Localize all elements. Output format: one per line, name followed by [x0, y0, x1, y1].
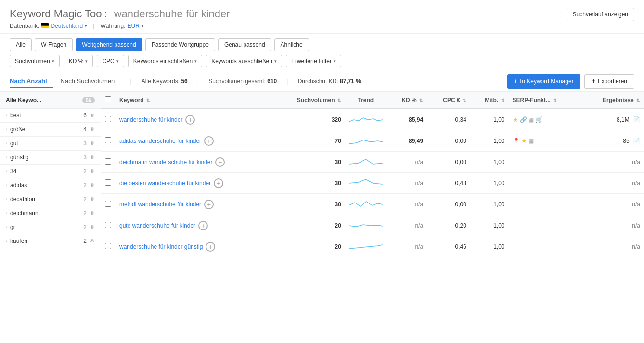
sidebar-item-deichmann[interactable]: › deichmann 2 👁	[0, 206, 101, 220]
eye-icon-gr[interactable]: 👁	[90, 224, 95, 230]
eye-icon-gut[interactable]: 👁	[90, 140, 95, 146]
filter-erweiterte[interactable]: Erweiterte Filter ▾	[286, 55, 341, 67]
keyword-link-4[interactable]: die besten wanderschuhe für kinder	[119, 180, 211, 187]
keyword-manager-button[interactable]: + To Keyword Manager	[507, 74, 580, 89]
tab-passende[interactable]: Passende Wortgruppe	[145, 38, 215, 51]
keyword-link-6[interactable]: gute wanderschuhe für kinder	[119, 222, 195, 229]
cpc-1: 0,34	[427, 109, 470, 130]
filters-container: Suchvolumen ▾ KD % ▾ CPC ▾ Keywords eins…	[0, 51, 644, 71]
add-keyword-btn-4[interactable]: +	[214, 178, 223, 188]
table-row: gute wanderschuhe für kinder + 20 n/a 0,…	[101, 215, 644, 236]
row-checkbox-6[interactable]	[105, 222, 111, 228]
add-keyword-btn-6[interactable]: +	[198, 221, 208, 230]
sort-kd-icon[interactable]: ⇅	[419, 98, 423, 103]
mitb-3: 1,00	[470, 152, 509, 173]
sidebar-label-adidas: adidas	[10, 182, 27, 189]
row-checkbox-4[interactable]	[105, 179, 111, 186]
sort-mitb-icon[interactable]: ⇅	[501, 98, 505, 103]
sort-keyword-icon[interactable]: ⇅	[146, 98, 150, 103]
wahrung-link[interactable]: EUR	[128, 23, 140, 29]
row-checkbox-3[interactable]	[105, 158, 111, 165]
col-mitb: Mitb. ⇅	[470, 92, 509, 109]
row-checkbox-2[interactable]	[105, 137, 111, 143]
add-keyword-btn-2[interactable]: +	[204, 136, 214, 146]
sidebar-item-kaufen[interactable]: › kaufen 2 👁	[0, 234, 101, 248]
eye-icon-kaufen[interactable]: 👁	[90, 238, 95, 244]
table-row: wanderschuhe für kinder günstig + 20 n/a…	[101, 236, 644, 257]
sidebar-item-gunstig[interactable]: › günstig 3 👁	[0, 151, 101, 165]
sidebar-chevron-decathlon: ›	[6, 197, 7, 202]
tab-weitgehend[interactable]: Weitgehend passend	[76, 38, 142, 51]
map-serp-icon: 📍	[513, 138, 520, 144]
tab-genau[interactable]: Genau passend	[218, 38, 271, 51]
filter-kd[interactable]: KD % ▾	[64, 55, 93, 67]
wahrung-chevron[interactable]: ▾	[142, 24, 144, 28]
sort-cpc-icon[interactable]: ⇅	[463, 98, 466, 103]
eye-icon-adidas[interactable]: 👁	[90, 182, 95, 188]
export-button[interactable]: ⬆ Exportieren	[584, 74, 634, 89]
tab-nach-suchvolumen[interactable]: Nach Suchvolumen	[61, 76, 121, 88]
row-checkbox-7[interactable]	[105, 243, 111, 249]
datenbank-chevron[interactable]: ▾	[85, 24, 87, 28]
suchvolumen-stat: Suchvolumen gesamt: 610	[208, 78, 277, 85]
eye-icon-deichmann[interactable]: 👁	[90, 210, 95, 216]
row-checkbox-1[interactable]	[105, 116, 111, 122]
trend-7	[345, 236, 386, 257]
row-checkbox-5[interactable]	[105, 201, 111, 207]
serp-7	[509, 236, 581, 257]
keyword-table-area: Keyword ⇅ Suchvolumen ⇅ Trend KD % ⇅ CPC…	[101, 92, 644, 329]
sort-suchvolumen-icon[interactable]: ⇅	[337, 98, 341, 103]
add-keyword-btn-1[interactable]: +	[185, 115, 195, 125]
add-keyword-btn-5[interactable]: +	[204, 200, 214, 209]
eye-icon-grosse[interactable]: 👁	[90, 127, 95, 132]
add-keyword-btn-7[interactable]: +	[206, 242, 215, 252]
filter-cpc[interactable]: CPC ▾	[97, 55, 124, 67]
filter-keywords-einschliessen[interactable]: Keywords einschließen ▾	[128, 55, 202, 67]
sidebar-chevron-34: ›	[6, 169, 7, 174]
keyword-link-7[interactable]: wanderschuhe für kinder günstig	[119, 243, 203, 250]
sidebar-item-best[interactable]: › best 6 👁	[0, 109, 101, 123]
sidebar-item-adidas[interactable]: › adidas 2 👁	[0, 178, 101, 192]
filter-keywords-ausschliessen[interactable]: Keywords ausschließen ▾	[206, 55, 282, 67]
trend-4	[345, 173, 386, 194]
kd-3: n/a	[386, 152, 427, 173]
select-all-checkbox[interactable]	[105, 96, 111, 102]
alle-keywords-stat: Alle Keywords: 56	[142, 78, 188, 85]
datenbank-link[interactable]: Deutschland	[51, 23, 83, 29]
cpc-7: 0,46	[427, 236, 470, 257]
eye-icon-gunstig[interactable]: 👁	[90, 154, 95, 160]
sidebar-item-decathlon[interactable]: › decathlon 2 👁	[0, 192, 101, 206]
sidebar-item-34[interactable]: › 34 2 👁	[0, 165, 101, 178]
eye-icon-34[interactable]: 👁	[90, 168, 95, 174]
doc-icon-2[interactable]: 📄	[633, 138, 640, 144]
tab-alle[interactable]: Alle	[10, 38, 32, 51]
doc-icon-1[interactable]: 📄	[633, 116, 640, 123]
suchvolumen-3: 30	[273, 152, 345, 173]
mitb-7: 1,00	[470, 236, 509, 257]
sidebar-header: Alle Keywo... 56	[0, 92, 101, 109]
keyword-link-2[interactable]: adidas wanderschuhe für kinder	[119, 138, 201, 144]
serp-4	[509, 173, 581, 194]
sidebar-item-gr[interactable]: › gr 2 👁	[0, 220, 101, 234]
history-button[interactable]: Suchverlauf anzeigen	[567, 8, 634, 21]
eye-icon-best[interactable]: 👁	[90, 113, 95, 118]
sidebar-count: 56	[82, 97, 95, 103]
mitb-6: 1,00	[470, 215, 509, 236]
sort-ergebnisse-icon[interactable]: ⇅	[636, 98, 640, 103]
tab-nach-anzahl[interactable]: Nach Anzahl	[10, 76, 53, 88]
filter-suchvolumen[interactable]: Suchvolumen ▾	[10, 55, 60, 67]
eye-icon-decathlon[interactable]: 👁	[90, 196, 95, 202]
col-serp: SERP-Funkt... ⇅	[509, 92, 581, 109]
add-keyword-btn-3[interactable]: +	[215, 157, 225, 167]
sort-serp-icon[interactable]: ⇅	[553, 98, 557, 103]
tab-ahnliche[interactable]: Ähnliche	[274, 38, 309, 51]
sidebar-item-grosse[interactable]: › größe 4 👁	[0, 123, 101, 137]
keyword-link-3[interactable]: deichmann wanderschuhe für kinder	[119, 159, 212, 165]
ergebnisse-6: n/a	[581, 215, 644, 236]
keyword-link-5[interactable]: meindl wanderschuhe für kinder	[119, 201, 201, 208]
cpc-6: 0,20	[427, 215, 470, 236]
keyword-link-1[interactable]: wanderschuhe für kinder	[119, 116, 182, 123]
sidebar-label-best: best	[10, 112, 21, 119]
tab-w-fragen[interactable]: W-Fragen	[35, 38, 73, 51]
sidebar-item-gut[interactable]: › gut 3 👁	[0, 137, 101, 151]
